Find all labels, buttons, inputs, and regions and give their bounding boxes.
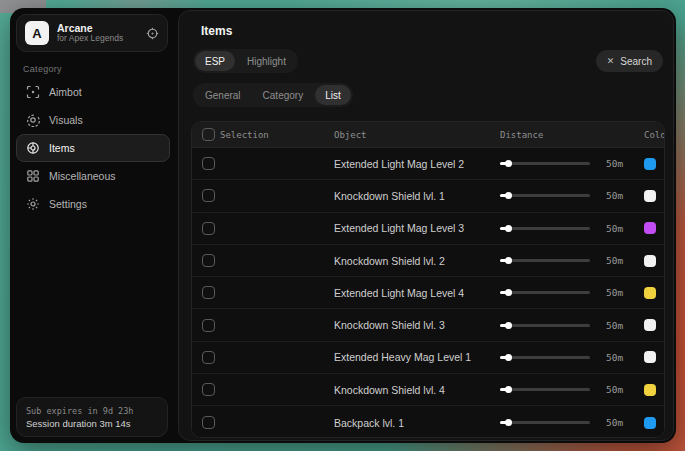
color-swatch[interactable] xyxy=(644,190,656,202)
table-row: Extended Light Mag Level 3 50m xyxy=(192,213,664,245)
table-row: Knockdown Shield lvl. 1 50m xyxy=(192,180,664,212)
search-button[interactable]: ✕ Search xyxy=(596,50,663,72)
slider-thumb[interactable] xyxy=(505,354,512,361)
table-row: Knockdown Shield lvl. 4 50m xyxy=(192,374,664,406)
distance-slider[interactable] xyxy=(500,421,590,424)
slider-thumb[interactable] xyxy=(505,257,512,264)
distance-slider[interactable] xyxy=(500,291,590,294)
color-swatch[interactable] xyxy=(644,417,656,429)
column-header-distance: Distance xyxy=(500,130,606,140)
select-all-checkbox[interactable] xyxy=(202,128,215,141)
tab-list[interactable]: List xyxy=(315,85,351,105)
sidebar-item-miscellaneous[interactable]: Miscellaneous xyxy=(16,162,170,190)
target-icon xyxy=(26,141,40,155)
slider-thumb[interactable] xyxy=(505,192,512,199)
color-swatch[interactable] xyxy=(644,222,656,234)
sidebar-item-aimbot[interactable]: Aimbot xyxy=(16,78,170,106)
app-header-card: A Arcane for Apex Legends xyxy=(16,14,168,52)
items-table: Selection Object Distance Color Extended… xyxy=(191,121,665,438)
distance-slider[interactable] xyxy=(500,194,590,197)
sidebar-item-items[interactable]: Items xyxy=(16,134,170,162)
slider-thumb[interactable] xyxy=(505,160,512,167)
tab-general[interactable]: General xyxy=(195,85,251,105)
tab-esp[interactable]: ESP xyxy=(195,51,235,71)
row-checkbox[interactable] xyxy=(202,351,215,364)
slider-thumb[interactable] xyxy=(505,386,512,393)
search-button-label: Search xyxy=(620,56,652,67)
object-name: Extended Heavy Mag Level 1 xyxy=(334,351,500,363)
session-duration-text: Session duration 3m 14s xyxy=(26,418,158,429)
slider-thumb[interactable] xyxy=(505,419,512,426)
distance-slider[interactable] xyxy=(500,227,590,230)
slider-thumb[interactable] xyxy=(505,322,512,329)
esp-highlight-tabs: ESP Highlight xyxy=(193,49,298,73)
distance-slider[interactable] xyxy=(500,259,590,262)
color-swatch[interactable] xyxy=(644,351,656,363)
sidebar-item-visuals[interactable]: Visuals xyxy=(16,106,170,134)
row-checkbox[interactable] xyxy=(202,319,215,332)
table-header-row: Selection Object Distance Color xyxy=(192,122,664,148)
table-row: Knockdown Shield lvl. 2 50m xyxy=(192,245,664,277)
row-checkbox[interactable] xyxy=(202,222,215,235)
distance-value: 50m xyxy=(606,287,644,298)
distance-slider[interactable] xyxy=(500,162,590,165)
object-name: Knockdown Shield lvl. 3 xyxy=(334,319,500,331)
distance-value: 50m xyxy=(606,384,644,395)
sub-expiry-text: Sub expires in 9d 23h xyxy=(26,406,158,416)
tab-highlight[interactable]: Highlight xyxy=(237,51,296,71)
object-name: Knockdown Shield lvl. 2 xyxy=(334,255,500,267)
row-checkbox[interactable] xyxy=(202,189,215,202)
color-swatch[interactable] xyxy=(644,287,656,299)
gear-icon xyxy=(26,197,40,211)
general-category-list-tabs: General Category List xyxy=(193,83,353,107)
object-name: Knockdown Shield lvl. 4 xyxy=(334,384,500,396)
row-checkbox[interactable] xyxy=(202,286,215,299)
row-checkbox[interactable] xyxy=(202,416,215,429)
grid-icon xyxy=(26,169,40,183)
distance-value: 50m xyxy=(606,320,644,331)
eye-icon xyxy=(26,113,40,127)
tab-category[interactable]: Category xyxy=(253,85,314,105)
view-tab-row: General Category List xyxy=(193,83,353,107)
color-swatch[interactable] xyxy=(644,158,656,170)
app-logo: A xyxy=(25,21,49,45)
color-swatch[interactable] xyxy=(644,255,656,267)
table-row: Knockdown Shield lvl. 3 50m xyxy=(192,309,664,341)
distance-value: 50m xyxy=(606,352,644,363)
object-name: Extended Light Mag Level 4 xyxy=(334,287,500,299)
column-header-selection: Selection xyxy=(220,130,334,140)
page-title: Items xyxy=(201,24,232,38)
row-checkbox[interactable] xyxy=(202,157,215,170)
row-checkbox[interactable] xyxy=(202,254,215,267)
object-name: Extended Light Mag Level 2 xyxy=(334,158,500,170)
distance-value: 50m xyxy=(606,158,644,169)
category-section-label: Category xyxy=(23,64,62,74)
sidebar-nav: Aimbot Visuals Items Miscellaneous Setti… xyxy=(16,78,170,218)
table-body: Extended Light Mag Level 2 50m Knockdown… xyxy=(192,148,664,438)
column-header-color: Color xyxy=(644,130,665,140)
distance-slider[interactable] xyxy=(500,356,590,359)
distance-slider[interactable] xyxy=(500,388,590,391)
distance-value: 50m xyxy=(606,255,644,266)
distance-slider[interactable] xyxy=(500,324,590,327)
table-row: Extended Heavy Mag Level 1 50m xyxy=(192,342,664,374)
table-row: Extended Light Mag Level 4 50m xyxy=(192,277,664,309)
subscription-footer-card: Sub expires in 9d 23h Session duration 3… xyxy=(16,397,168,437)
table-row: Backpack lvl. 1 50m xyxy=(192,406,664,438)
distance-value: 50m xyxy=(606,417,644,428)
crosshair-icon xyxy=(26,85,40,99)
color-swatch[interactable] xyxy=(644,319,656,331)
x-icon: ✕ xyxy=(607,57,615,66)
slider-thumb[interactable] xyxy=(505,225,512,232)
sidebar-item-settings[interactable]: Settings xyxy=(16,190,170,218)
slider-thumb[interactable] xyxy=(505,289,512,296)
mode-tab-row: ESP Highlight ✕ Search xyxy=(193,49,663,73)
column-header-object: Object xyxy=(334,130,500,140)
object-name: Knockdown Shield lvl. 1 xyxy=(334,190,500,202)
color-swatch[interactable] xyxy=(644,384,656,396)
table-row: Extended Light Mag Level 2 50m xyxy=(192,148,664,180)
object-name: Backpack lvl. 1 xyxy=(334,417,500,429)
row-checkbox[interactable] xyxy=(202,383,215,396)
crosshair-circle-icon[interactable] xyxy=(146,27,159,40)
main-panel: Items ESP Highlight ✕ Search General Cat… xyxy=(178,10,674,441)
